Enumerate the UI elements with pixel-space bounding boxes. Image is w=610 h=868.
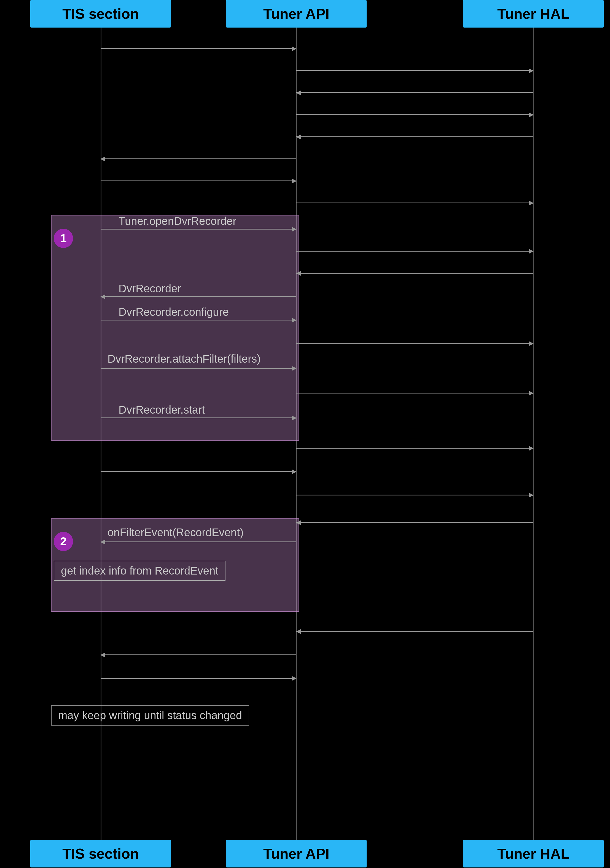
label-attach-filter: DvrRecorder.attachFilter(filters) <box>107 353 261 365</box>
arrow-3 <box>296 92 533 93</box>
label-dvr-recorder: DvrRecorder <box>118 282 181 295</box>
arrow-dvr-recorder <box>101 296 296 297</box>
tis-header-top: TIS section <box>30 0 171 28</box>
may-keep-writing-label: may keep writing until status changed <box>58 709 242 721</box>
tuner-hal-header-bottom-label: Tuner HAL <box>497 845 570 862</box>
info-box-writing: may keep writing until status changed <box>51 705 249 725</box>
arrow-17 <box>101 654 296 655</box>
step-1-circle: 1 <box>54 229 73 248</box>
arrow-16 <box>296 631 533 632</box>
arrow-5 <box>296 136 533 137</box>
arrow-4 <box>296 114 533 115</box>
arrow-2 <box>296 70 533 71</box>
arrow-1 <box>101 48 296 49</box>
step-1-label: 1 <box>60 232 67 245</box>
arrow-open-dvr <box>101 229 296 229</box>
arrow-9 <box>296 251 533 251</box>
arrow-13 <box>296 448 533 449</box>
tuner-hal-header-top: Tuner HAL <box>463 0 604 28</box>
tuner-hal-header-bottom: Tuner HAL <box>463 840 604 868</box>
tis-header-bottom: TIS section <box>30 840 171 868</box>
tuner-api-header-bottom-label: Tuner API <box>263 845 329 862</box>
label-on-filter-event: onFilterEvent(RecordEvent) <box>107 526 244 539</box>
arrow-7 <box>101 180 296 181</box>
label-configure: DvrRecorder.configure <box>118 306 229 318</box>
tuner-hal-header-top-label: Tuner HAL <box>497 6 570 22</box>
arrow-configure <box>101 320 296 321</box>
step-2-label: 2 <box>60 535 67 548</box>
sequence-diagram: TIS section Tuner API Tuner HAL 1 Tuner.… <box>0 0 610 868</box>
arrow-14 <box>101 471 296 472</box>
arrow-11 <box>296 343 533 344</box>
arrow-10 <box>296 273 533 274</box>
arrow-6 <box>101 158 296 159</box>
step-2-circle: 2 <box>54 532 73 551</box>
arrow-start <box>101 417 296 418</box>
tuner-hal-lifeline <box>533 28 534 840</box>
tis-header-top-label: TIS section <box>62 6 139 22</box>
arrow-attach-filter <box>101 368 296 369</box>
arrow-12 <box>296 393 533 394</box>
arrow-filter-event-hal <box>296 522 533 523</box>
tuner-api-header-top-label: Tuner API <box>263 6 329 22</box>
arrow-18 <box>101 678 296 679</box>
tis-header-bottom-label: TIS section <box>62 845 139 862</box>
arrow-15 <box>296 494 533 496</box>
get-index-info-label: get index info from RecordEvent <box>61 564 218 577</box>
label-open-dvr: Tuner.openDvrRecorder <box>118 215 236 227</box>
info-box-index: get index info from RecordEvent <box>54 561 225 581</box>
tuner-api-header-bottom: Tuner API <box>226 840 366 868</box>
tuner-api-header-top: Tuner API <box>226 0 366 28</box>
arrow-on-filter-event <box>101 541 296 542</box>
arrow-8 <box>296 203 533 203</box>
label-start: DvrRecorder.start <box>118 404 205 416</box>
